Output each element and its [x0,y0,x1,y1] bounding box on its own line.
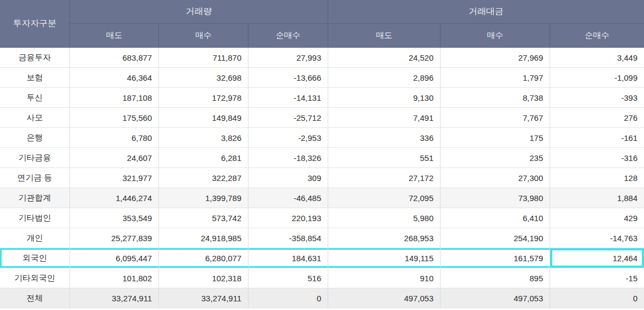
selected-cell[interactable]: 12,464 [550,248,644,268]
data-cell[interactable]: -316 [550,148,644,168]
data-cell[interactable]: -393 [550,88,644,108]
data-cell[interactable]: 73,980 [441,188,550,208]
data-cell[interactable]: 321,977 [70,168,159,188]
data-cell[interactable]: 1,399,789 [159,188,248,208]
data-cell[interactable]: 8,738 [441,88,550,108]
data-cell[interactable]: 7,491 [328,108,441,128]
row-label[interactable]: 외국인 [0,248,70,268]
data-cell[interactable]: 9,130 [328,88,441,108]
data-cell[interactable]: -13,666 [248,68,328,88]
data-cell[interactable]: 184,631 [248,248,328,268]
row-label[interactable]: 개인 [0,228,70,248]
data-cell[interactable]: 128 [550,168,644,188]
row-label[interactable]: 투신 [0,88,70,108]
data-cell[interactable]: 1,884 [550,188,644,208]
data-cell[interactable]: -2,953 [248,128,328,148]
data-cell[interactable]: 3,826 [159,128,248,148]
data-cell[interactable]: 1,797 [441,68,550,88]
data-cell[interactable]: -358,854 [248,228,328,248]
table-row[interactable]: 외국인6,095,4476,280,077184,631149,115161,5… [0,248,644,268]
row-label[interactable]: 전체 [0,288,70,308]
data-cell[interactable]: 175,560 [70,108,159,128]
data-cell[interactable]: 7,767 [441,108,550,128]
data-cell[interactable]: 24,607 [70,148,159,168]
row-label[interactable]: 금융투자 [0,48,70,68]
data-cell[interactable]: 573,742 [159,208,248,228]
data-cell[interactable]: 497,053 [328,288,441,308]
data-cell[interactable]: 172,978 [159,88,248,108]
data-cell[interactable]: 24,520 [328,48,441,68]
data-cell[interactable]: 24,918,985 [159,228,248,248]
data-cell[interactable]: 1,446,274 [70,188,159,208]
data-cell[interactable]: -15 [550,268,644,288]
data-cell[interactable]: 551 [328,148,441,168]
row-label[interactable]: 보험 [0,68,70,88]
row-label[interactable]: 기타금융 [0,148,70,168]
data-cell[interactable]: 46,364 [70,68,159,88]
data-cell[interactable]: -1,099 [550,68,644,88]
table-row[interactable]: 은행6,7803,826-2,953336175-161 [0,128,644,148]
data-cell[interactable]: 161,579 [441,248,550,268]
data-cell[interactable]: 33,274,911 [159,288,248,308]
data-cell[interactable]: 27,172 [328,168,441,188]
data-cell[interactable]: 149,115 [328,248,441,268]
data-cell[interactable]: -14,131 [248,88,328,108]
row-label[interactable]: 기관합계 [0,188,70,208]
table-row[interactable]: 금융투자683,877711,87027,99324,52027,9693,44… [0,48,644,68]
data-cell[interactable]: -25,712 [248,108,328,128]
data-cell[interactable]: 276 [550,108,644,128]
data-cell[interactable]: -18,326 [248,148,328,168]
data-cell[interactable]: 6,280,077 [159,248,248,268]
data-cell[interactable]: 0 [248,288,328,308]
data-cell[interactable]: 32,698 [159,68,248,88]
data-cell[interactable]: 72,095 [328,188,441,208]
data-cell[interactable]: 101,802 [70,268,159,288]
data-cell[interactable]: 309 [248,168,328,188]
table-row[interactable]: 투신187,108172,978-14,1319,1308,738-393 [0,88,644,108]
data-cell[interactable]: 516 [248,268,328,288]
table-row[interactable]: 기타금융24,6076,281-18,326551235-316 [0,148,644,168]
data-cell[interactable]: 102,318 [159,268,248,288]
data-cell[interactable]: 27,993 [248,48,328,68]
data-cell[interactable]: 187,108 [70,88,159,108]
data-cell[interactable]: 711,870 [159,48,248,68]
table-row[interactable]: 개인25,277,83924,918,985-358,854268,953254… [0,228,644,248]
data-cell[interactable]: 6,780 [70,128,159,148]
data-cell[interactable]: 3,449 [550,48,644,68]
data-cell[interactable]: 336 [328,128,441,148]
data-cell[interactable]: 895 [441,268,550,288]
row-label[interactable]: 기타외국인 [0,268,70,288]
data-cell[interactable]: 235 [441,148,550,168]
table-row[interactable]: 기타외국인101,802102,318516910895-15 [0,268,644,288]
data-cell[interactable]: 2,896 [328,68,441,88]
data-cell[interactable]: 27,969 [441,48,550,68]
data-cell[interactable]: 6,410 [441,208,550,228]
data-cell[interactable]: 429 [550,208,644,228]
data-cell[interactable]: 6,281 [159,148,248,168]
row-label[interactable]: 연기금 등 [0,168,70,188]
data-cell[interactable]: 25,277,839 [70,228,159,248]
data-cell[interactable]: -46,485 [248,188,328,208]
table-row[interactable]: 기타법인353,549573,742220,1935,9806,410429 [0,208,644,228]
data-cell[interactable]: -161 [550,128,644,148]
row-label[interactable]: 은행 [0,128,70,148]
data-cell[interactable]: 175 [441,128,550,148]
row-label[interactable]: 기타법인 [0,208,70,228]
table-row[interactable]: 연기금 등321,977322,28730927,17227,300128 [0,168,644,188]
data-cell[interactable]: 268,953 [328,228,441,248]
data-cell[interactable]: 33,274,911 [70,288,159,308]
data-cell[interactable]: 27,300 [441,168,550,188]
data-cell[interactable]: 0 [550,288,644,308]
data-cell[interactable]: 353,549 [70,208,159,228]
table-row[interactable]: 사모175,560149,849-25,7127,4917,767276 [0,108,644,128]
data-cell[interactable]: 254,190 [441,228,550,248]
table-row[interactable]: 기관합계1,446,2741,399,789-46,48572,09573,98… [0,188,644,208]
data-cell[interactable]: 149,849 [159,108,248,128]
table-row[interactable]: 보험46,36432,698-13,6662,8961,797-1,099 [0,68,644,88]
row-label[interactable]: 사모 [0,108,70,128]
data-cell[interactable]: -14,763 [550,228,644,248]
data-cell[interactable]: 322,287 [159,168,248,188]
data-cell[interactable]: 497,053 [441,288,550,308]
data-cell[interactable]: 6,095,447 [70,248,159,268]
data-cell[interactable]: 910 [328,268,441,288]
